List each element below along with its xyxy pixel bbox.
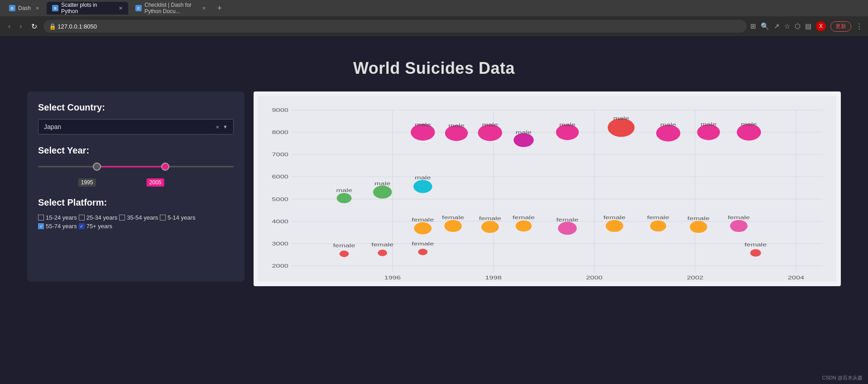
translate-icon[interactable]: ⊞ — [750, 22, 756, 30]
svg-text:4000: 4000 — [272, 218, 289, 224]
year-slider[interactable] — [38, 162, 234, 171]
svg-text:1996: 1996 — [384, 274, 401, 280]
new-tab-button[interactable]: + — [213, 2, 226, 14]
page-title: World Suicides Data — [9, 59, 859, 78]
nav-actions: ⊞ 🔍 ↗ ☆ ⬡ ▤ X 更新 ⋮ — [750, 21, 863, 32]
forward-button[interactable]: › — [17, 20, 24, 32]
svg-point-65 — [690, 221, 707, 233]
svg-point-47 — [373, 186, 392, 199]
sidebar-icon[interactable]: ▤ — [805, 22, 811, 30]
svg-text:female: female — [556, 216, 579, 222]
slider-thumb-start[interactable] — [93, 163, 101, 171]
svg-point-57 — [516, 221, 532, 232]
svg-text:male: male — [336, 187, 352, 193]
svg-text:female: female — [412, 216, 434, 222]
checkbox-75plus[interactable]: ✓ — [79, 223, 85, 229]
browser-chrome: D Dash ✕ S Scatter plots in Python ✕ C C… — [0, 0, 868, 36]
search-icon[interactable]: 🔍 — [761, 22, 769, 30]
platform-item-5[interactable]: ✓ 75+ years — [79, 223, 112, 230]
svg-point-49 — [413, 180, 432, 193]
dropdown-clear-icon[interactable]: × — [216, 124, 220, 130]
svg-point-45 — [337, 193, 352, 203]
svg-text:female: female — [412, 241, 434, 247]
svg-text:male: male — [415, 175, 431, 181]
svg-point-53 — [444, 220, 462, 232]
extensions-icon[interactable]: ⬡ — [795, 22, 801, 30]
svg-point-73 — [418, 249, 427, 255]
label-55-74: 55-74 years — [46, 223, 77, 230]
update-button[interactable]: 更新 — [830, 21, 851, 32]
checkbox-25-34[interactable] — [79, 215, 85, 221]
svg-text:female: female — [744, 242, 767, 248]
platform-item-3[interactable]: 5-14 years — [160, 214, 195, 221]
url-text: 127.0.0.1:8050 — [58, 23, 97, 30]
svg-text:female: female — [513, 214, 535, 220]
svg-text:female: female — [442, 214, 464, 220]
platform-checkboxes: 15-24 years 25-34 years 35-54 years 5-14… — [38, 214, 234, 230]
svg-point-71 — [378, 250, 387, 256]
refresh-button[interactable]: ↻ — [29, 20, 40, 33]
svg-text:2000: 2000 — [272, 263, 289, 269]
svg-point-51 — [414, 222, 432, 235]
svg-text:male: male — [700, 121, 717, 127]
platform-item-1[interactable]: 25-34 years — [79, 214, 118, 221]
svg-text:male: male — [374, 180, 391, 186]
svg-point-33 — [513, 133, 534, 147]
country-section-title: Select Country: — [38, 102, 234, 113]
menu-icon[interactable]: ⋮ — [856, 22, 863, 30]
checkbox-5-14[interactable] — [160, 215, 166, 221]
svg-text:2002: 2002 — [687, 274, 704, 280]
svg-text:5000: 5000 — [272, 196, 289, 202]
tab-icon-scatter: S — [52, 5, 58, 11]
svg-point-39 — [656, 125, 680, 142]
profile-icon[interactable]: X — [816, 21, 826, 31]
main-content: Select Country: Japan × ▼ Select Year: — [0, 91, 868, 286]
tab-close-scatter[interactable]: ✕ — [119, 5, 123, 11]
tab-icon-checklist: C — [135, 5, 142, 11]
svg-point-75 — [750, 249, 761, 256]
watermark: CSDN @百木从森 — [822, 374, 863, 381]
back-button[interactable]: ‹ — [5, 20, 13, 32]
checkbox-35-54[interactable] — [119, 215, 125, 221]
checkbox-55-74[interactable]: ✓ — [38, 223, 44, 229]
dropdown-controls: × ▼ — [216, 124, 228, 130]
share-icon[interactable]: ↗ — [774, 22, 780, 30]
checkbox-15-24[interactable] — [38, 215, 44, 221]
label-5-14: 5-14 years — [168, 214, 195, 221]
svg-text:6000: 6000 — [272, 174, 289, 180]
platform-item-4[interactable]: ✓ 55-74 years — [38, 223, 77, 230]
svg-point-59 — [558, 222, 577, 235]
tab-scatter[interactable]: S Scatter plots in Python ✕ — [47, 2, 128, 14]
bookmark-icon[interactable]: ☆ — [784, 22, 790, 30]
scatter-chart: 9000 8000 7000 6000 5000 4000 3000 2000 … — [258, 96, 836, 282]
slider-fill — [97, 166, 165, 168]
tab-label-checklist: Checklist | Dash for Python Docu... — [144, 2, 197, 14]
svg-point-67 — [730, 220, 748, 232]
platform-item-2[interactable]: 35-54 years — [119, 214, 158, 221]
slider-year-start: 1995 — [78, 178, 96, 187]
svg-point-63 — [650, 221, 667, 232]
title-bar: D Dash ✕ S Scatter plots in Python ✕ C C… — [0, 0, 868, 16]
svg-text:male: male — [415, 121, 431, 127]
country-dropdown[interactable]: Japan × ▼ — [38, 119, 234, 134]
tab-checklist[interactable]: C Checklist | Dash for Python Docu... ✕ — [130, 2, 211, 14]
tab-dash[interactable]: D Dash ✕ — [4, 2, 45, 14]
slider-thumb-end[interactable] — [161, 163, 169, 171]
svg-text:male: male — [741, 121, 757, 127]
svg-text:2000: 2000 — [586, 274, 603, 280]
address-bar[interactable]: 🔒 127.0.0.1:8050 — [43, 20, 747, 33]
svg-text:female: female — [479, 215, 501, 221]
tab-close-checklist[interactable]: ✕ — [202, 5, 206, 11]
svg-point-55 — [481, 221, 499, 233]
svg-text:male: male — [516, 130, 532, 135]
dropdown-arrow-icon[interactable]: ▼ — [223, 124, 228, 130]
svg-text:female: female — [604, 214, 626, 220]
tab-close-dash[interactable]: ✕ — [35, 5, 39, 11]
svg-text:male: male — [559, 121, 575, 127]
chart-area: 9000 8000 7000 6000 5000 4000 3000 2000 … — [254, 91, 841, 286]
svg-text:3000: 3000 — [272, 241, 289, 247]
svg-text:2004: 2004 — [788, 274, 805, 280]
svg-text:male: male — [448, 122, 465, 128]
svg-point-61 — [606, 220, 623, 232]
platform-item-0[interactable]: 15-24 years — [38, 214, 77, 221]
